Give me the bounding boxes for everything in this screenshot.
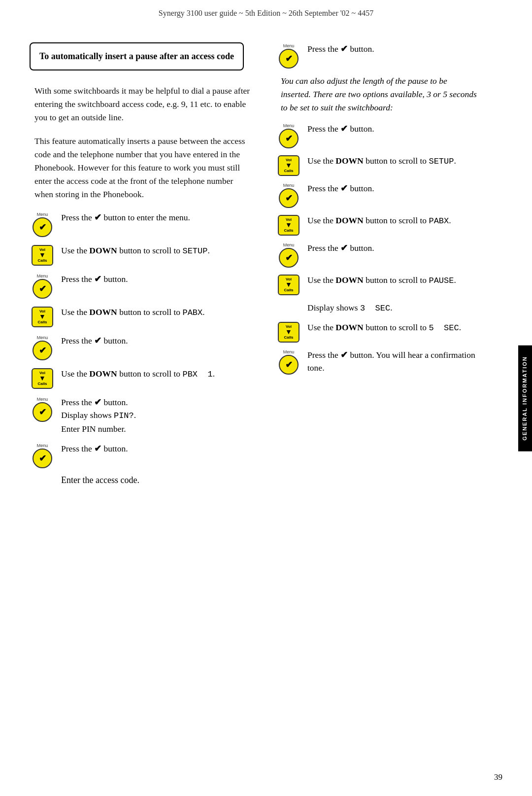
vol-icon-3: Vol ▼ Calls	[30, 368, 55, 389]
vol-icon-r2: Vol ▼ Calls	[276, 215, 301, 236]
page-content: To automatically insert a pause after an…	[0, 23, 532, 505]
left-step-6: Vol ▼ Calls Use the DOWN button to scrol…	[30, 367, 251, 389]
right-step-3: Vol ▼ Calls Use the DOWN button to scrol…	[276, 154, 478, 176]
left-step-1-text: Press the ✔ button to enter the menu.	[61, 211, 251, 224]
display-shows-3sec: Display shows 3 SEC.	[276, 301, 478, 315]
body-text-1: With some switchboards it may be helpful…	[30, 84, 251, 124]
menu-icon-1: Menu ✔	[30, 212, 55, 237]
left-step-7: Menu ✔ Press the ✔ button. Display shows…	[30, 396, 251, 435]
menu-icon-3: Menu ✔	[30, 335, 55, 360]
left-step-2-text: Use the DOWN button to scroll to SETUP.	[61, 244, 251, 258]
left-step-8: Menu ✔ Press the ✔ button.	[30, 442, 251, 468]
right-step-2-text: Press the ✔ button.	[307, 122, 478, 135]
vol-icon-r3: Vol ▼ Calls	[276, 275, 301, 295]
left-step-7-text: Press the ✔ button. Display shows PIN?. …	[61, 396, 251, 435]
left-step-5-text: Press the ✔ button.	[61, 334, 251, 347]
callout-title: To automatically insert a pause after an…	[39, 50, 234, 63]
right-step-9-text: Press the ✔ button. You will hear a conf…	[307, 348, 478, 375]
right-step-5-text: Use the DOWN button to scroll to PABX.	[307, 214, 478, 228]
menu-icon-r4: Menu ✔	[276, 242, 301, 268]
right-step-3-text: Use the DOWN button to scroll to SETUP.	[307, 154, 478, 168]
left-step-5: Menu ✔ Press the ✔ button.	[30, 334, 251, 360]
right-step-4: Menu ✔ Press the ✔ button.	[276, 182, 478, 208]
right-step-4-text: Press the ✔ button.	[307, 182, 478, 195]
left-step-6-text: Use the DOWN button to scroll to PBX 1.	[61, 367, 251, 381]
left-step-1: Menu ✔ Press the ✔ button to enter the m…	[30, 211, 251, 237]
right-step-8-text: Use the DOWN button to scroll to 5 SEC.	[307, 321, 478, 335]
menu-icon-5: Menu ✔	[30, 443, 55, 468]
left-step-3: Menu ✔ Press the ✔ button.	[30, 273, 251, 299]
callout-box: To automatically insert a pause after an…	[30, 42, 244, 70]
right-step-7-text: Use the DOWN button to scroll to PAUSE.	[307, 274, 478, 287]
vol-icon-r1: Vol ▼ Calls	[276, 155, 301, 176]
right-step-1-text: Press the ✔ button.	[307, 42, 478, 55]
left-footer-text: Enter the access code.	[30, 475, 251, 485]
right-step-6-text: Press the ✔ button.	[307, 242, 478, 254]
left-step-4: Vol ▼ Calls Use the DOWN button to scrol…	[30, 306, 251, 327]
menu-icon-r1: Menu ✔	[276, 43, 301, 69]
menu-icon-r3: Menu ✔	[276, 183, 301, 208]
left-column: To automatically insert a pause after an…	[30, 42, 266, 485]
right-column: Menu ✔ Press the ✔ button. You can also …	[266, 42, 478, 485]
right-step-8: Vol ▼ Calls Use the DOWN button to scrol…	[276, 321, 478, 343]
italic-description: You can also adjust the length of the pa…	[276, 74, 478, 114]
vol-icon-2: Vol ▼ Calls	[30, 307, 55, 327]
right-step-6: Menu ✔ Press the ✔ button.	[276, 242, 478, 268]
right-step-5: Vol ▼ Calls Use the DOWN button to scrol…	[276, 214, 478, 236]
menu-icon-2: Menu ✔	[30, 274, 55, 299]
page-number: 39	[494, 772, 502, 782]
page-header: Synergy 3100 user guide ~ 5th Edition ~ …	[0, 0, 532, 23]
left-step-8-text: Press the ✔ button.	[61, 442, 251, 455]
body-text-2: This feature automatically inserts a pau…	[30, 135, 251, 202]
right-step-9: Menu ✔ Press the ✔ button. You will hear…	[276, 348, 478, 375]
left-step-2: Vol ▼ Calls Use the DOWN button to scrol…	[30, 244, 251, 266]
right-step-2: Menu ✔ Press the ✔ button.	[276, 122, 478, 148]
menu-icon-r5: Menu ✔	[276, 349, 301, 375]
right-step-7: Vol ▼ Calls Use the DOWN button to scrol…	[276, 274, 478, 295]
left-step-3-text: Press the ✔ button.	[61, 273, 251, 285]
menu-icon-4: Menu ✔	[30, 397, 55, 422]
menu-icon-r2: Menu ✔	[276, 123, 301, 148]
left-step-4-text: Use the DOWN button to scroll to PABX.	[61, 306, 251, 319]
display-3sec-text: Display shows 3 SEC.	[307, 301, 478, 315]
side-tab: General Information	[518, 345, 532, 451]
vol-icon-1: Vol ▼ Calls	[30, 245, 55, 266]
vol-icon-r4: Vol ▼ Calls	[276, 322, 301, 343]
right-step-1: Menu ✔ Press the ✔ button.	[276, 42, 478, 69]
